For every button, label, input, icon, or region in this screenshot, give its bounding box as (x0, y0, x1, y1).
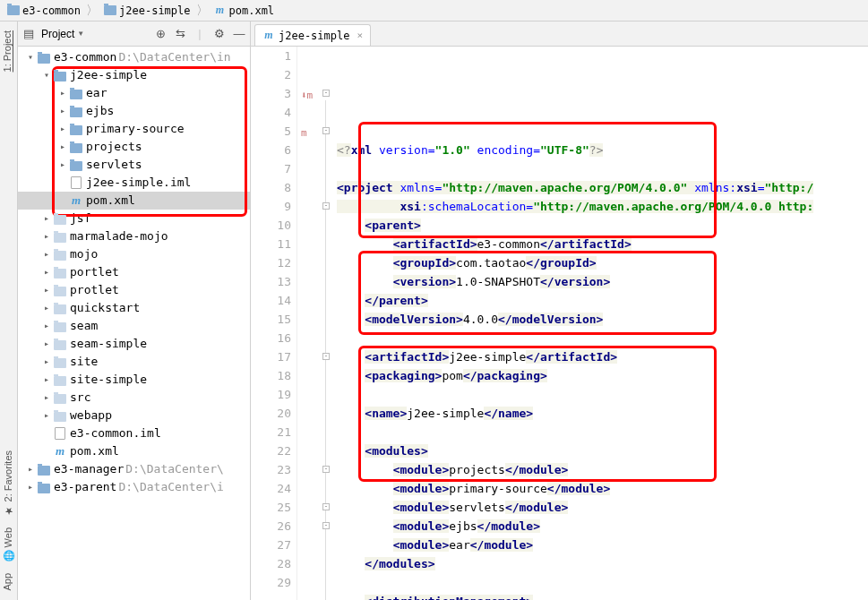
code-line[interactable]: <module>projects</module> (337, 460, 868, 479)
code-line[interactable] (337, 329, 868, 347)
tree-row[interactable]: ▸protlet (18, 281, 250, 299)
code-line[interactable]: <artifactId>j2ee-simple</artifactId> (337, 347, 868, 366)
tree-row[interactable]: ▸site (18, 353, 250, 371)
fold-toggle-icon[interactable]: - (322, 90, 330, 97)
code-editor[interactable]: 1234567891011121314151617181920212223242… (251, 47, 868, 600)
breadcrumb-item[interactable]: e3-common (4, 3, 84, 19)
code-line[interactable]: <project xmlns="http://maven.apache.org/… (337, 178, 868, 197)
tree-row[interactable]: ▸ear (18, 84, 250, 102)
gutter-mark-icon[interactable]: ⬇m (301, 86, 313, 105)
code-line[interactable]: <module>servlets</module> (337, 498, 868, 517)
tree-twisty-icon[interactable]: ▾ (41, 66, 52, 84)
project-tree[interactable]: ▾e3-common D:\DataCenter\in▾j2ee-simple▸… (18, 47, 250, 600)
tree-twisty-icon[interactable]: ▸ (57, 84, 68, 102)
breadcrumb-item[interactable]: j2ee-simple (100, 3, 193, 19)
tree-label: quickstart (70, 299, 140, 317)
tree-twisty-icon[interactable]: ▸ (41, 407, 52, 424)
tree-twisty-icon[interactable]: ▸ (41, 245, 52, 263)
rail-tab-app[interactable]: App (0, 568, 14, 596)
line-number: 13 (251, 272, 291, 291)
locate-icon[interactable]: ⊕ (153, 27, 168, 41)
code-line[interactable]: <distributionManagement> (337, 592, 868, 600)
tree-row[interactable]: ▸servlets (18, 156, 250, 174)
tree-twisty-icon[interactable]: ▸ (41, 281, 52, 299)
fold-toggle-icon[interactable]: - (322, 353, 330, 360)
code-line[interactable]: <modelVersion>4.0.0</modelVersion> (337, 310, 868, 329)
tree-row[interactable]: ▸e3-parent D:\DataCenter\i (18, 478, 250, 496)
code-line[interactable]: <module>ear</module> (337, 536, 868, 554)
rail-tab-web[interactable]: 🌐Web (0, 522, 15, 568)
tree-row[interactable]: ▸seam-simple (18, 335, 250, 353)
tree-twisty-icon[interactable]: ▸ (41, 263, 52, 281)
tree-label: e3-parent (54, 478, 116, 496)
tree-twisty-icon[interactable]: ▸ (41, 317, 52, 335)
code-area[interactable]: <?xml version="1.0" encoding="UTF-8"?><p… (333, 47, 868, 600)
tree-row[interactable]: ▾j2ee-simple (18, 66, 250, 84)
tree-row[interactable]: mpom.xml (18, 442, 250, 460)
code-line[interactable]: <modules> (337, 441, 868, 460)
tree-row[interactable]: ▾e3-common D:\DataCenter\in (18, 48, 250, 66)
tree-twisty-icon[interactable]: ▾ (25, 48, 36, 66)
gutter-mark-icon[interactable]: m (301, 124, 307, 142)
code-line[interactable]: <name>j2ee-simple</name> (337, 404, 868, 423)
tree-row[interactable]: mpom.xml (18, 192, 250, 210)
code-line[interactable]: <module>ejbs</module> (337, 517, 868, 536)
tree-row[interactable]: ▸ejbs (18, 102, 250, 120)
tree-twisty-icon[interactable]: ▸ (41, 210, 52, 227)
code-line[interactable] (337, 159, 868, 178)
tree-row[interactable]: ▸seam (18, 317, 250, 335)
tree-row[interactable]: ▸marmalade-mojo (18, 227, 250, 245)
tree-twisty-icon[interactable]: ▸ (41, 227, 52, 245)
tree-row[interactable]: ▸primary-source (18, 120, 250, 138)
tree-row[interactable]: ▸src (18, 389, 250, 407)
code-line[interactable]: </parent> (337, 291, 868, 310)
tree-twisty-icon[interactable]: ▸ (25, 478, 36, 496)
code-line[interactable] (337, 573, 868, 592)
rail-tab-favorites[interactable]: ★2: Favorites (0, 445, 15, 522)
tree-twisty-icon[interactable]: ▸ (57, 156, 68, 174)
tree-row[interactable]: ▸mojo (18, 245, 250, 263)
close-icon[interactable]: × (357, 30, 363, 41)
rail-tab-project[interactable]: 1: Project (0, 25, 14, 77)
tree-twisty-icon[interactable]: ▸ (57, 120, 68, 138)
minimize-icon[interactable]: — (232, 27, 246, 41)
code-line[interactable] (337, 423, 868, 441)
code-line[interactable]: <packaging>pom</packaging> (337, 366, 868, 385)
code-line[interactable]: </modules> (337, 554, 868, 573)
collapse-icon[interactable]: ⇆ (173, 27, 187, 41)
tree-row[interactable]: j2ee-simple.iml (18, 174, 250, 192)
tree-twisty-icon[interactable]: ▸ (57, 102, 68, 120)
tree-row[interactable]: ▸portlet (18, 263, 250, 281)
code-line[interactable]: <version>1.0-SNAPSHOT</version> (337, 272, 868, 291)
tree-row[interactable]: ▸quickstart (18, 299, 250, 317)
tree-row[interactable]: ▸site-simple (18, 371, 250, 389)
tree-row[interactable]: ▸projects (18, 138, 250, 156)
panel-title-dropdown[interactable]: Project▼ (41, 28, 84, 40)
code-line[interactable]: <module>primary-source</module> (337, 479, 868, 498)
tree-row[interactable]: e3-common.iml (18, 424, 250, 442)
tree-twisty-icon[interactable]: ▸ (41, 389, 52, 407)
gear-icon[interactable]: ⚙ (212, 27, 227, 41)
breadcrumb-item[interactable]: mpom.xml (211, 3, 279, 19)
tree-row[interactable]: ▸webapp (18, 407, 250, 424)
fold-toggle-icon[interactable]: - (322, 522, 330, 529)
editor-tab[interactable]: m j2ee-simple × (254, 24, 371, 46)
fold-toggle-icon[interactable]: - (322, 127, 330, 134)
fold-toggle-icon[interactable]: - (322, 466, 330, 473)
tree-twisty-icon[interactable]: ▸ (41, 371, 52, 389)
code-line[interactable]: <artifactId>e3-common</artifactId> (337, 235, 868, 253)
tree-row[interactable]: ▸e3-manager D:\DataCenter\ (18, 460, 250, 478)
code-line[interactable] (337, 385, 868, 404)
fold-toggle-icon[interactable]: - (322, 503, 330, 510)
tree-twisty-icon[interactable]: ▸ (25, 460, 36, 478)
code-line[interactable]: xsi:schemaLocation="http://maven.apache.… (337, 197, 868, 216)
tree-twisty-icon[interactable]: ▸ (41, 335, 52, 353)
fold-toggle-icon[interactable]: - (322, 202, 330, 210)
code-line[interactable]: <parent> (337, 216, 868, 235)
tree-twisty-icon[interactable]: ▸ (57, 138, 68, 156)
tree-twisty-icon[interactable]: ▸ (41, 299, 52, 317)
code-line[interactable]: <groupId>com.taotao</groupId> (337, 253, 868, 272)
tree-row[interactable]: ▸jsf (18, 210, 250, 227)
code-line[interactable]: <?xml version="1.0" encoding="UTF-8"?> (337, 141, 868, 159)
tree-twisty-icon[interactable]: ▸ (41, 353, 52, 371)
